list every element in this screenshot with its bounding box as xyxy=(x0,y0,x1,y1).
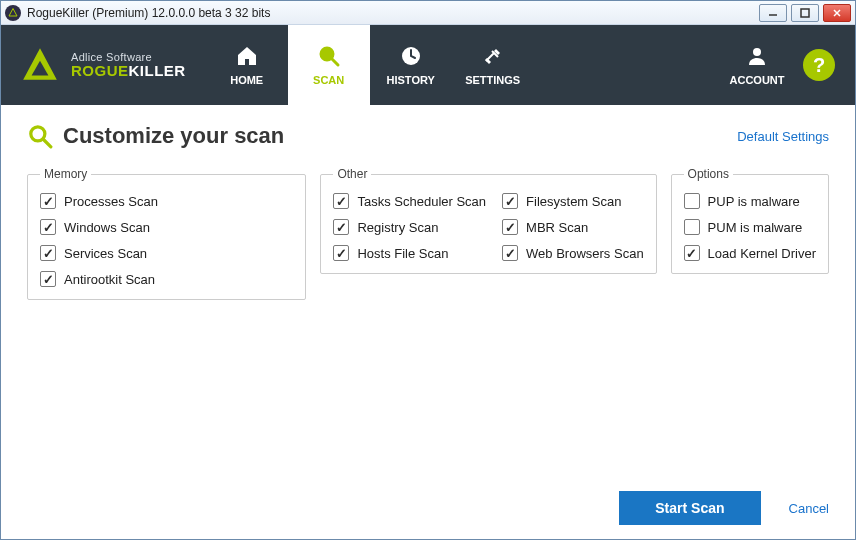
tab-label: SCAN xyxy=(313,74,344,86)
other-check-b1[interactable]: MBR Scan xyxy=(502,219,644,235)
checkbox-icon xyxy=(40,245,56,261)
options-check-1[interactable]: PUM is malware xyxy=(684,219,816,235)
cancel-link[interactable]: Cancel xyxy=(789,501,829,516)
panel-memory: Memory Processes ScanWindows ScanService… xyxy=(27,167,306,300)
memory-check-0[interactable]: Processes Scan xyxy=(40,193,293,209)
checkbox-label: Load Kernel Driver xyxy=(708,246,816,261)
tab-home[interactable]: HOME xyxy=(206,25,288,105)
checkbox-icon xyxy=(684,245,700,261)
content: Customize your scan Default Settings Mem… xyxy=(1,105,855,539)
other-check-a0[interactable]: Tasks Scheduler Scan xyxy=(333,193,486,209)
brand-logo-icon xyxy=(19,44,61,86)
help-icon: ? xyxy=(813,54,825,77)
page-title: Customize your scan xyxy=(63,123,284,149)
checkbox-icon xyxy=(684,193,700,209)
tab-account[interactable]: ACCOUNT xyxy=(719,25,795,105)
checkbox-label: PUP is malware xyxy=(708,194,800,209)
panel-legend: Options xyxy=(684,167,733,181)
tab-label: SETTINGS xyxy=(465,74,520,86)
minimize-button[interactable] xyxy=(759,4,787,22)
checkbox-icon xyxy=(502,219,518,235)
help-button[interactable]: ? xyxy=(803,49,835,81)
footer: Start Scan Cancel xyxy=(27,475,829,525)
app-icon xyxy=(5,5,21,21)
brand-name: ROGUEKILLER xyxy=(71,63,186,80)
checkbox-label: Tasks Scheduler Scan xyxy=(357,194,486,209)
tab-settings[interactable]: SETTINGS xyxy=(452,25,534,105)
checkbox-label: PUM is malware xyxy=(708,220,803,235)
options-check-0[interactable]: PUP is malware xyxy=(684,193,816,209)
other-cols: Tasks Scheduler ScanRegistry ScanHosts F… xyxy=(333,193,643,261)
checkbox-label: Processes Scan xyxy=(64,194,158,209)
history-icon xyxy=(399,44,423,68)
tab-scan[interactable]: SCAN xyxy=(288,25,370,105)
checkbox-icon xyxy=(502,245,518,261)
default-settings-link[interactable]: Default Settings xyxy=(737,129,829,144)
page-heading: Customize your scan xyxy=(27,123,284,149)
svg-line-9 xyxy=(43,139,51,147)
other-check-a2[interactable]: Hosts File Scan xyxy=(333,245,486,261)
tab-history[interactable]: HISTORY xyxy=(370,25,452,105)
search-icon xyxy=(317,44,341,68)
brand-text: Adlice Software ROGUEKILLER xyxy=(71,51,186,80)
checkbox-label: Web Browsers Scan xyxy=(526,246,644,261)
titlebar: RogueKiller (Premium) 12.0.0.0 beta 3 32… xyxy=(1,1,855,25)
tab-label: ACCOUNT xyxy=(730,74,785,86)
home-icon xyxy=(235,44,259,68)
brand: Adlice Software ROGUEKILLER xyxy=(1,25,206,105)
close-button[interactable] xyxy=(823,4,851,22)
other-check-b2[interactable]: Web Browsers Scan xyxy=(502,245,644,261)
checkbox-label: Antirootkit Scan xyxy=(64,272,155,287)
nav-right: ACCOUNT xyxy=(719,25,795,105)
other-check-a1[interactable]: Registry Scan xyxy=(333,219,486,235)
checkbox-label: Registry Scan xyxy=(357,220,438,235)
search-icon xyxy=(27,123,53,149)
checkbox-label: Filesystem Scan xyxy=(526,194,621,209)
checkbox-icon xyxy=(40,219,56,235)
panel-legend: Memory xyxy=(40,167,91,181)
checkbox-label: Services Scan xyxy=(64,246,147,261)
header: Adlice Software ROGUEKILLER HOME SCAN HI… xyxy=(1,25,855,105)
app-window: RogueKiller (Premium) 12.0.0.0 beta 3 32… xyxy=(0,0,856,540)
checkbox-label: MBR Scan xyxy=(526,220,588,235)
heading-row: Customize your scan Default Settings xyxy=(27,123,829,149)
svg-line-5 xyxy=(332,59,338,65)
panel-options: Options PUP is malwarePUM is malwareLoad… xyxy=(671,167,829,274)
maximize-button[interactable] xyxy=(791,4,819,22)
tab-label: HOME xyxy=(230,74,263,86)
checkbox-icon xyxy=(333,219,349,235)
svg-rect-1 xyxy=(801,9,809,17)
memory-check-1[interactable]: Windows Scan xyxy=(40,219,293,235)
panel-legend: Other xyxy=(333,167,371,181)
options-check-2[interactable]: Load Kernel Driver xyxy=(684,245,816,261)
checkbox-label: Windows Scan xyxy=(64,220,150,235)
checkbox-icon xyxy=(502,193,518,209)
checkbox-icon xyxy=(40,193,56,209)
checkbox-icon xyxy=(333,193,349,209)
start-scan-button[interactable]: Start Scan xyxy=(619,491,760,525)
svg-point-7 xyxy=(753,48,761,56)
account-icon xyxy=(745,44,769,68)
other-check-b0[interactable]: Filesystem Scan xyxy=(502,193,644,209)
panel-other: Other Tasks Scheduler ScanRegistry ScanH… xyxy=(320,167,656,274)
nav-tabs: HOME SCAN HISTORY SETTINGS xyxy=(206,25,534,105)
checkbox-icon xyxy=(40,271,56,287)
memory-items: Processes ScanWindows ScanServices ScanA… xyxy=(40,193,293,287)
window-title: RogueKiller (Premium) 12.0.0.0 beta 3 32… xyxy=(27,6,759,20)
window-controls xyxy=(759,4,851,22)
settings-icon xyxy=(481,44,505,68)
checkbox-icon xyxy=(333,245,349,261)
panels: Memory Processes ScanWindows ScanService… xyxy=(27,167,829,300)
checkbox-label: Hosts File Scan xyxy=(357,246,448,261)
tab-label: HISTORY xyxy=(387,74,435,86)
memory-check-3[interactable]: Antirootkit Scan xyxy=(40,271,293,287)
memory-check-2[interactable]: Services Scan xyxy=(40,245,293,261)
checkbox-icon xyxy=(684,219,700,235)
